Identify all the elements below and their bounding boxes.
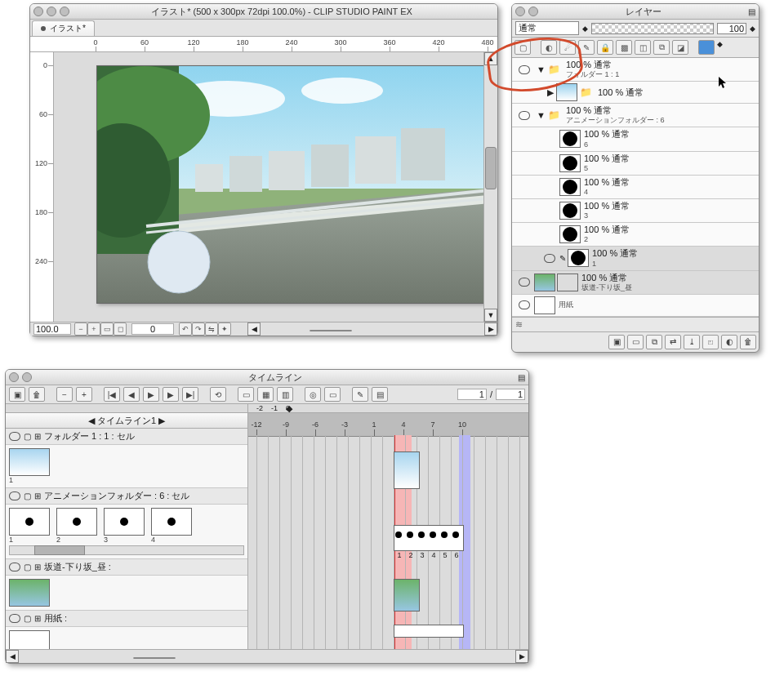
collapse-icon[interactable]	[22, 372, 32, 382]
zoom-out-icon[interactable]: −	[56, 387, 73, 402]
timeline-ruler[interactable]: -12-9-6-314710	[248, 413, 528, 437]
eye-icon[interactable]	[9, 614, 20, 623]
eye-icon[interactable]	[519, 65, 530, 74]
opacity-value[interactable]: 100	[717, 23, 746, 34]
minimize-icon[interactable]	[47, 7, 56, 16]
flip-icon[interactable]: ⇋	[205, 322, 218, 336]
new-layer-icon[interactable]: ▣	[608, 335, 625, 349]
ruler-horizontal[interactable]: 060120180240300360420480	[30, 37, 497, 52]
cel-batch-icon[interactable]: ▥	[277, 387, 293, 402]
scroll-down-icon[interactable]: ▼	[484, 309, 497, 322]
scroll-right-icon[interactable]: ▶	[484, 322, 497, 336]
track-body[interactable]	[6, 576, 247, 611]
reference-icon[interactable]: ☄	[559, 40, 576, 55]
frame-field-b[interactable]: 1	[496, 389, 525, 400]
expand-icon[interactable]: ⊞	[34, 563, 41, 571]
disclosure-icon[interactable]: ▼	[537, 110, 546, 120]
zoom-field[interactable]: 100.0	[33, 323, 71, 335]
expand-icon[interactable]: ⊞	[34, 614, 41, 623]
scrollbar-vertical[interactable]: ▲ ▼	[483, 52, 497, 322]
eye-icon[interactable]	[9, 432, 20, 441]
mask-icon[interactable]: ▩	[616, 40, 632, 55]
disclosure-icon[interactable]: ▼	[537, 64, 546, 74]
doc-tab[interactable]: イラスト*	[32, 20, 95, 36]
timeline-track-area[interactable]: -2 -1 0 ◆ -12-9-6-314710 123456	[248, 404, 528, 649]
star-icon[interactable]: ✦	[218, 322, 231, 336]
merge-icon[interactable]: ⤓	[684, 335, 700, 349]
edit-icon[interactable]: ✎	[352, 387, 368, 402]
last-frame-icon[interactable]: ▶|	[182, 387, 198, 402]
expand-icon[interactable]: ⊞	[34, 491, 41, 500]
play-icon[interactable]: ▶	[143, 387, 159, 402]
frame-field-a[interactable]: 1	[457, 389, 487, 400]
prev-frame-icon[interactable]: ◀	[123, 387, 140, 402]
track-header[interactable]: ▢ ⊞ 用紙 :	[6, 611, 247, 627]
layercolor-icon[interactable]	[698, 40, 715, 55]
new-folder-icon[interactable]: ▭	[627, 335, 644, 349]
opacity-slider[interactable]	[591, 23, 714, 34]
timeline-name[interactable]: ◀ タイムライン1 ▶	[6, 413, 247, 429]
swatch-icon[interactable]: ▢	[514, 40, 531, 55]
duplicate-icon[interactable]: ⧉	[646, 335, 662, 349]
draft-icon[interactable]: ✎	[578, 40, 595, 55]
new-timeline-icon[interactable]: ▣	[9, 387, 25, 402]
track-header[interactable]: ▢ ⊞ アニメーションフォルダー : 6 : セル	[6, 488, 247, 505]
rotate-right-icon[interactable]: ↷	[192, 322, 205, 336]
maximize-icon[interactable]	[60, 7, 69, 16]
layer-frame[interactable]: ✎ 100 % 通常1	[512, 247, 759, 270]
expand-icon[interactable]: ⊞	[34, 432, 41, 441]
close-icon[interactable]	[33, 7, 43, 16]
timeline-scrollbar[interactable]: ◀ ▶	[6, 649, 528, 663]
clip[interactable]	[394, 579, 420, 612]
eye-icon[interactable]	[519, 300, 530, 309]
fit-icon[interactable]: ▭	[100, 322, 114, 336]
eye-icon[interactable]	[519, 111, 530, 120]
zoom-out-icon[interactable]: −	[74, 322, 87, 336]
rotate-left-icon[interactable]: ↶	[179, 322, 192, 336]
layer-paper[interactable]: 用紙	[512, 295, 759, 317]
scroll-up-icon[interactable]: ▲	[484, 52, 497, 65]
zoom-in-icon[interactable]: +	[87, 322, 100, 336]
track-body[interactable]	[6, 627, 247, 649]
eye-icon[interactable]	[544, 254, 555, 263]
clip[interactable]	[394, 525, 464, 551]
actual-icon[interactable]: ◻	[114, 322, 127, 336]
tone-icon[interactable]: ◪	[672, 40, 688, 55]
new-cel-icon[interactable]: ▭	[238, 387, 254, 402]
lock-icon[interactable]: 🔒	[597, 40, 613, 55]
close-icon[interactable]	[515, 7, 525, 16]
eye-icon[interactable]	[9, 491, 20, 500]
menu-icon[interactable]: ▤	[518, 373, 525, 382]
two-panes-icon[interactable]: ≋	[515, 319, 523, 330]
mask-new-icon[interactable]: ◐	[721, 335, 737, 349]
link-icon[interactable]: ⧉	[653, 40, 670, 55]
layer-frame[interactable]: 100 % 通常6	[512, 127, 759, 151]
next-frame-icon[interactable]: ▶	[163, 387, 179, 402]
clip[interactable]	[394, 451, 420, 489]
eye-icon[interactable]	[519, 278, 530, 287]
ruler-icon[interactable]: ◫	[635, 40, 651, 55]
menu-icon[interactable]: ▤	[748, 7, 755, 16]
ruler-vertical[interactable]: 060120180240	[30, 52, 54, 322]
eye-icon[interactable]	[9, 563, 20, 571]
scroll-left-icon[interactable]: ◀	[247, 322, 261, 336]
timeline-titlebar[interactable]: タイムライン ▤	[6, 370, 528, 385]
layers-titlebar[interactable]: レイヤー ▤	[512, 4, 759, 20]
clip-icon[interactable]: ◐	[541, 40, 557, 55]
clip[interactable]	[394, 625, 464, 638]
tag-icon[interactable]: ▤	[372, 387, 388, 402]
camera-icon[interactable]: ⏍	[702, 335, 719, 349]
layer-frame[interactable]: 100 % 通常4	[512, 176, 759, 199]
track-header[interactable]: ▢ ⊞ フォルダー 1 : 1 : セル	[6, 429, 247, 445]
layer-anim-folder[interactable]: ▼ 📁 100 % 通常アニメーションフォルダー : 6	[512, 104, 759, 127]
layer-frame[interactable]: 100 % 通常3	[512, 199, 759, 223]
scrollbar-horizontal[interactable]: 100.0 − + ▭ ◻ 0 ↶ ↷ ⇋ ✦ ◀ ▶	[30, 322, 497, 336]
close-icon[interactable]	[9, 372, 19, 382]
trash-icon[interactable]: 🗑	[740, 335, 756, 349]
layer-frame[interactable]: 100 % 通常2	[512, 223, 759, 247]
zoom-in-icon[interactable]: +	[76, 387, 92, 402]
disclosure-icon[interactable]: ▶	[547, 87, 554, 98]
select-icon[interactable]: ▭	[324, 387, 341, 402]
track-header[interactable]: ▢ ⊞ 坂道-下り坂_昼 :	[6, 559, 247, 576]
onion-icon[interactable]: ◎	[305, 387, 321, 402]
